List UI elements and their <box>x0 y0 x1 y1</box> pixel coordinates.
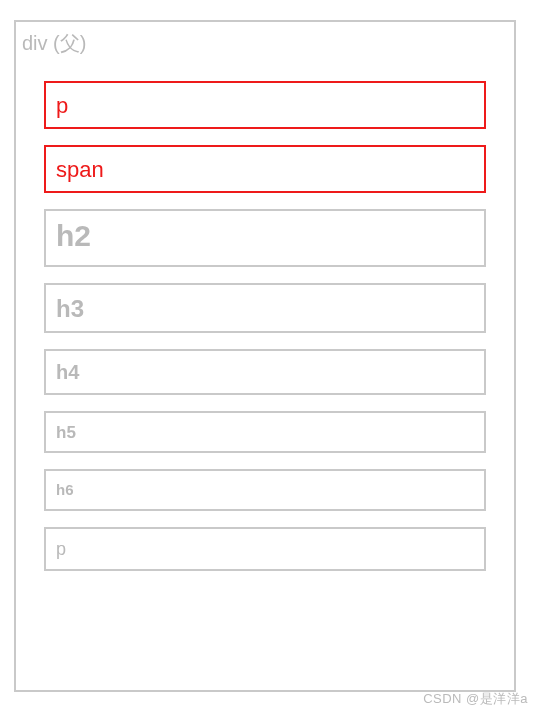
child-element-p-0: p <box>44 81 486 129</box>
child-element-h5-5: h5 <box>44 411 486 453</box>
parent-label: div (父) <box>22 30 486 57</box>
child-element-h3-3: h3 <box>44 283 486 333</box>
child-element-h4-4: h4 <box>44 349 486 395</box>
child-element-h2-2: h2 <box>44 209 486 267</box>
child-element-span-1: span <box>44 145 486 193</box>
child-element-h6-6: h6 <box>44 469 486 511</box>
watermark: CSDN @是洋洋a <box>423 690 528 708</box>
children-list: pspanh2h3h4h5h6p <box>44 81 486 571</box>
parent-div-container: div (父) pspanh2h3h4h5h6p <box>14 20 516 692</box>
child-element-p-7: p <box>44 527 486 571</box>
